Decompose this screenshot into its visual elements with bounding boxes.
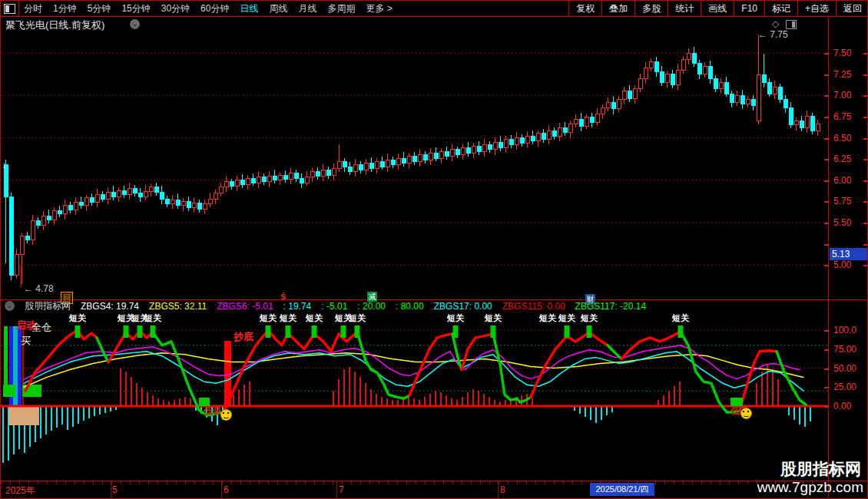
candle-up bbox=[84, 198, 88, 206]
period-tab-1[interactable]: 分时 bbox=[24, 1, 42, 16]
duanguan-label: 短关 bbox=[484, 313, 502, 322]
period-tab-10[interactable]: 多周期 bbox=[327, 1, 355, 16]
month-separator bbox=[221, 481, 222, 499]
candle-up bbox=[257, 177, 260, 183]
candle-up bbox=[617, 100, 621, 109]
duanguan-square bbox=[491, 326, 496, 338]
axis-tick bbox=[824, 159, 829, 160]
candle-down bbox=[579, 119, 583, 126]
candle-down bbox=[488, 144, 492, 150]
toolbar-button-5[interactable]: 画线 bbox=[701, 1, 734, 16]
candle-up bbox=[536, 134, 540, 141]
period-tab-8[interactable]: 周线 bbox=[269, 1, 287, 16]
candle-up bbox=[585, 117, 588, 126]
duanguan-square bbox=[266, 326, 271, 338]
candle-up bbox=[95, 195, 99, 203]
candle-up bbox=[117, 190, 121, 197]
candle-up bbox=[649, 61, 653, 68]
candle-up bbox=[224, 182, 228, 187]
time-axis-label: 7 bbox=[339, 484, 344, 495]
candle-down bbox=[660, 71, 664, 82]
time-axis-label: 5 bbox=[112, 484, 118, 495]
axis-tick bbox=[863, 201, 868, 203]
duanguan-label: 短关 bbox=[446, 313, 465, 322]
candle-down bbox=[552, 131, 556, 137]
candle-up bbox=[52, 211, 56, 220]
candle-down bbox=[751, 100, 755, 106]
candle-up bbox=[418, 155, 422, 162]
candle-down bbox=[789, 108, 793, 125]
price-axis-label: 7.25 bbox=[833, 69, 866, 80]
current-price-tag: 5.13 bbox=[830, 248, 867, 260]
fast-line-rising bbox=[409, 334, 452, 395]
axis-tick bbox=[863, 138, 868, 140]
time-axis: 2025/08/21/四 2025年5678 bbox=[1, 481, 868, 499]
candle-up bbox=[568, 124, 572, 133]
candle-up bbox=[332, 168, 336, 175]
duanguan-label: 短关 bbox=[538, 313, 557, 322]
indicator-chevron-icon[interactable]: ⌄ bbox=[5, 301, 15, 311]
down-arrow-marker: ↓ bbox=[2, 159, 7, 170]
toolbar-button-4[interactable]: 统计 bbox=[668, 1, 701, 16]
candle-up bbox=[149, 187, 153, 192]
candle-down bbox=[499, 142, 502, 148]
indicator-param-7: : 20.00 bbox=[357, 301, 386, 312]
price-axis-label: 6.00 bbox=[833, 175, 866, 186]
fast-line-rising bbox=[740, 351, 777, 411]
candle-up bbox=[20, 236, 24, 255]
candle-down bbox=[343, 161, 346, 167]
candle-up bbox=[353, 165, 357, 172]
duanguan-label: 短关 bbox=[671, 313, 690, 322]
toolbar-button-3[interactable]: 多股 bbox=[634, 1, 668, 16]
period-tab-6[interactable]: 60分钟 bbox=[200, 1, 229, 16]
period-tab-7[interactable]: 日线 bbox=[240, 1, 258, 16]
toolbar-button-2[interactable]: 叠加 bbox=[601, 1, 634, 16]
toolbar-button-9[interactable]: 返回 bbox=[836, 1, 868, 16]
stock-app-window: 短关短关短关短关短关短关短关短关短关短关短关短关短关短关短关 分时1分钟5分钟1… bbox=[0, 0, 868, 499]
duanguan-label: 短关 bbox=[305, 313, 323, 322]
indicator-param-3: ZBGS5: 32.11 bbox=[149, 301, 207, 312]
candle-up bbox=[703, 67, 707, 74]
candle-down bbox=[90, 198, 94, 203]
candle-down bbox=[412, 157, 416, 162]
high-annotation: ← 7.75 bbox=[758, 29, 788, 40]
axis-tick bbox=[824, 265, 829, 266]
window-split-icon[interactable] bbox=[4, 4, 15, 14]
period-tab-4[interactable]: 15分钟 bbox=[121, 1, 150, 16]
axis-tick bbox=[824, 95, 829, 97]
candle-up bbox=[493, 142, 497, 150]
candle-up bbox=[606, 102, 610, 108]
candle-down bbox=[133, 189, 137, 193]
candle-down bbox=[68, 206, 72, 210]
axis-tick bbox=[824, 223, 829, 224]
toolbar-button-6[interactable]: F10 bbox=[734, 1, 764, 16]
candle-down bbox=[784, 100, 787, 108]
candle-up bbox=[407, 157, 411, 164]
duanguan-square bbox=[355, 326, 360, 338]
toolbar-button-7[interactable]: 标记 bbox=[764, 1, 797, 16]
tan-signal-block bbox=[8, 406, 39, 425]
candle-up bbox=[547, 131, 551, 140]
candle-down bbox=[47, 216, 51, 220]
period-tab-2[interactable]: 1分钟 bbox=[53, 1, 77, 16]
price-axis-label: 6.25 bbox=[833, 154, 866, 164]
candle-down bbox=[671, 74, 674, 85]
candle-down bbox=[434, 153, 438, 158]
fast-line-rising bbox=[108, 331, 153, 362]
period-tab-11[interactable]: 更多 > bbox=[366, 1, 392, 16]
indicator-param-5: : 19.74 bbox=[283, 301, 312, 312]
axis-tick bbox=[824, 117, 829, 118]
fast-line-falling bbox=[357, 332, 409, 398]
candle-up bbox=[472, 147, 475, 154]
period-tab-3[interactable]: 5分钟 bbox=[88, 1, 111, 16]
toolbar-button-8[interactable]: +自选 bbox=[797, 1, 836, 16]
candle-up bbox=[375, 161, 379, 168]
period-tab-5[interactable]: 30分钟 bbox=[161, 1, 190, 16]
axis-tick bbox=[863, 159, 868, 160]
time-axis-label: 2025年 bbox=[5, 484, 35, 497]
candle-up bbox=[439, 151, 443, 158]
candle-up bbox=[203, 204, 207, 210]
candlestick-and-indicator-canvas[interactable]: 短关短关短关短关短关短关短关短关短关短关短关短关短关短关短关 bbox=[1, 1, 868, 499]
toolbar-button-1[interactable]: 复权 bbox=[568, 1, 601, 16]
period-tab-9[interactable]: 月线 bbox=[298, 1, 316, 16]
